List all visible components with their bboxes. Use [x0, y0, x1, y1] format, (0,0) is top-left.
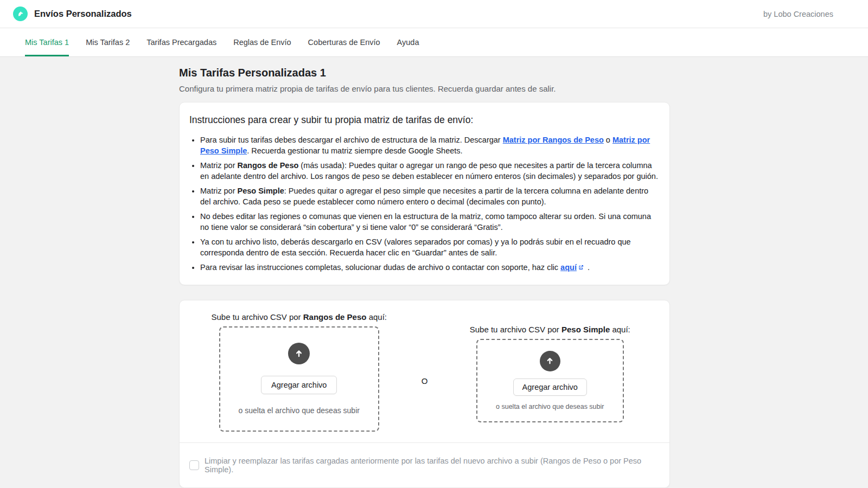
replace-checkbox-label: Limpiar y reemplazar las tarifas cargada…: [205, 457, 660, 474]
instruction-item-download: Para subir tus tarifas debes descargar e…: [200, 135, 660, 156]
upload-card: Sube tu archivo CSV por Rangos de Peso a…: [179, 300, 670, 488]
replace-row: Limpiar y reemplazar las tarifas cargada…: [180, 442, 669, 487]
drop-hint-rangos: o suelta el archivo que deseas subir: [239, 406, 360, 415]
or-separator: O: [409, 376, 441, 386]
text-segment: Ya con tu archivo listo, deberás descarg…: [200, 237, 631, 257]
tab-mis-tarifas-2[interactable]: Mis Tarifas 2: [86, 28, 130, 56]
text-segment: No debes editar las regiones o comunas q…: [200, 212, 651, 232]
text-segment: Matriz por: [200, 161, 238, 170]
text-segment: Rangos de Peso: [303, 312, 367, 322]
text-segment: aquí:: [366, 312, 387, 322]
upload-heading-peso-simple: Sube tu archivo CSV por Peso Simple aquí…: [470, 325, 630, 334]
text-segment: Peso Simple: [561, 325, 610, 334]
tabbar: Mis Tarifas 1 Mis Tarifas 2 Tarifas Prec…: [0, 28, 868, 57]
inline-link[interactable]: aquí: [560, 263, 577, 272]
tab-mis-tarifas-1[interactable]: Mis Tarifas 1: [25, 28, 69, 56]
tab-tarifas-precargadas[interactable]: Tarifas Precargadas: [146, 28, 216, 56]
text-segment: Peso Simple: [238, 187, 284, 195]
add-file-button-peso-simple[interactable]: Agregar archivo: [513, 378, 587, 396]
instructions-card: Instrucciones para crear y subir tu prop…: [179, 102, 670, 285]
instructions-list: Para subir tus tarifas debes descargar e…: [200, 135, 660, 274]
text-segment: . Recuerda gestionar tu matriz siempre d…: [247, 146, 462, 155]
instruction-item-rangos: Matriz por Rangos de Peso (más usada): P…: [200, 160, 660, 182]
instruction-item-soporte: Para revisar las instrucciones completas…: [200, 262, 660, 274]
page-content: Mis Tarifas Personalizadas 1 Configura t…: [179, 57, 670, 488]
upload-row: Sube tu archivo CSV por Rangos de Peso a…: [180, 300, 669, 442]
wolf-logo-icon: [13, 7, 28, 21]
tab-ayuda[interactable]: Ayuda: [397, 28, 419, 56]
upload-arrow-icon: [288, 343, 310, 364]
text-segment: Sube tu archivo CSV por: [212, 312, 303, 322]
external-link-icon: [578, 263, 584, 274]
inline-link[interactable]: Matriz por Rangos de Peso: [503, 136, 604, 144]
text-segment: Para revisar las instrucciones completas…: [200, 263, 560, 272]
text-segment: aquí:: [610, 325, 630, 334]
app-title: Envíos Personalizados: [34, 9, 132, 19]
upload-zone-peso-simple: Sube tu archivo CSV por Peso Simple aquí…: [441, 325, 660, 422]
instruction-item-csv: Ya con tu archivo listo, deberás descarg…: [200, 237, 660, 258]
text-segment: Matriz por: [200, 187, 238, 195]
text-segment: Para subir tus tarifas debes descargar e…: [200, 136, 503, 144]
text-segment: .: [585, 263, 590, 272]
app-header: Envíos Personalizados by Lobo Creaciones: [0, 0, 868, 28]
dropzone-rangos[interactable]: Agregar archivo o suelta el archivo que …: [219, 326, 379, 432]
tab-coberturas-de-envio[interactable]: Coberturas de Envío: [308, 28, 380, 56]
instruction-item-no-editar: No debes editar las regiones o comunas q…: [200, 211, 660, 233]
drop-hint-peso-simple: o suelta el archivo que deseas subir: [496, 403, 604, 410]
text-segment: o: [604, 136, 612, 144]
page-title: Mis Tarifas Personalizadas 1: [179, 67, 670, 79]
page-subtitle: Configura tu primera matriz propia de ta…: [179, 84, 670, 93]
upload-zone-rangos: Sube tu archivo CSV por Rangos de Peso a…: [189, 312, 409, 432]
upload-arrow-icon: [540, 351, 560, 371]
instructions-heading: Instrucciones para crear y subir tu prop…: [189, 114, 660, 126]
text-segment: Rangos de Peso: [238, 161, 299, 170]
instruction-item-peso-simple: Matriz por Peso Simple: Puedes quitar o …: [200, 186, 660, 207]
dropzone-peso-simple[interactable]: Agregar archivo o suelta el archivo que …: [476, 339, 624, 422]
upload-heading-rangos: Sube tu archivo CSV por Rangos de Peso a…: [212, 312, 387, 322]
add-file-button-rangos[interactable]: Agregar archivo: [261, 376, 337, 394]
byline: by Lobo Creaciones: [763, 10, 833, 18]
text-segment: Sube tu archivo CSV por: [470, 325, 561, 334]
tab-reglas-de-envio[interactable]: Reglas de Envío: [233, 28, 291, 56]
replace-checkbox[interactable]: [189, 460, 199, 470]
